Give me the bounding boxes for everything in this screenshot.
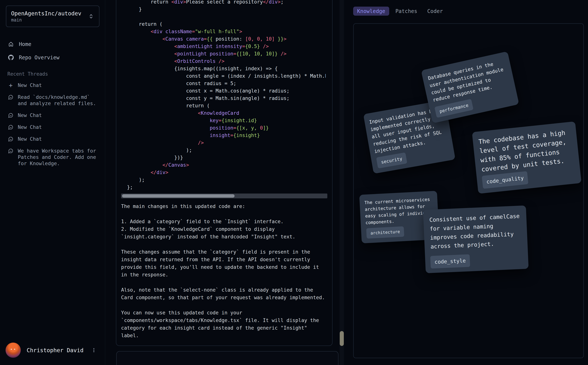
badge-wrap: architecture xyxy=(366,226,404,239)
workspace-tab-knowledge[interactable]: Knowledge xyxy=(353,7,389,16)
sidebar-item-home[interactable]: Home xyxy=(0,37,105,51)
repo-meta: OpenAgentsInc/autodev main xyxy=(11,10,88,23)
knowledge-card[interactable]: The codebase has a high level of test co… xyxy=(472,121,581,194)
vertical-scrollbar-track[interactable] xyxy=(339,0,344,365)
chevron-up-down-icon xyxy=(88,13,94,20)
workspace-tabs: Knowledge Patches Coder xyxy=(353,7,446,16)
badge-wrap: code_style xyxy=(430,254,470,269)
assistant-message: return <div>Please select a repository</… xyxy=(116,0,332,346)
code-block: return <div>Please select a repository</… xyxy=(121,0,326,191)
knowledge-card-text: Consistent use of camelCase for variable… xyxy=(429,211,522,251)
knowledge-card[interactable]: Consistent use of camelCase for variable… xyxy=(423,205,528,273)
sidebar-nav: Home Repo Overview xyxy=(0,37,105,64)
home-icon xyxy=(8,41,14,47)
thread-item[interactable]: New Chat xyxy=(0,121,105,133)
sidebar-item-repo-overview[interactable]: Repo Overview xyxy=(0,51,105,64)
github-icon xyxy=(8,55,14,60)
horizontal-scrollbar-thumb[interactable] xyxy=(122,194,235,198)
chat-bubble-icon xyxy=(8,136,13,142)
knowledge-card[interactable]: Database queries in the user authenticat… xyxy=(421,51,519,123)
category-badge: code_quality xyxy=(482,171,528,189)
thread-label: New Chat xyxy=(18,124,42,130)
plus-icon: + xyxy=(8,83,13,88)
thread-label: New Chat xyxy=(18,112,42,119)
category-badge: code_style xyxy=(430,254,470,269)
category-badge: architecture xyxy=(366,226,404,239)
knowledge-card-text: The codebase has a high level of test co… xyxy=(478,127,574,174)
chat-input[interactable] xyxy=(116,351,338,365)
thread-item[interactable]: We have Workspace tabs for Patches and C… xyxy=(0,145,105,169)
thread-item[interactable]: New Chat xyxy=(0,133,105,145)
kebab-menu-icon[interactable] xyxy=(90,346,98,354)
chat-bubble-icon xyxy=(8,95,13,100)
category-badge: security xyxy=(376,152,407,168)
badge-wrap: code_quality xyxy=(482,171,528,189)
workspace-tab-coder[interactable]: Coder xyxy=(424,7,446,16)
threads-list: + New Chat Read `docs/knowledge.md` and … xyxy=(0,79,105,169)
sidebar: OpenAgentsInc/autodev main Home Repo Ove… xyxy=(0,0,105,365)
vertical-scrollbar-thumb[interactable] xyxy=(340,331,344,346)
badge-wrap: security xyxy=(376,152,407,168)
new-chat-button[interactable]: + New Chat xyxy=(0,79,105,91)
knowledge-canvas[interactable]: Input validation has been implemented co… xyxy=(353,23,584,358)
repo-selector[interactable]: OpenAgentsInc/autodev main xyxy=(6,6,99,27)
user-name: Christopher David xyxy=(27,347,84,353)
thread-label: Read `docs/knowledge.md` and analyze rel… xyxy=(18,94,98,107)
message-text: The main changes in this updated code ar… xyxy=(121,203,326,339)
recent-threads-heading: Recent Threads xyxy=(7,71,105,77)
workspace-tab-patches[interactable]: Patches xyxy=(392,7,421,16)
chat-bubble-icon xyxy=(8,148,13,154)
repo-name: OpenAgentsInc/autodev xyxy=(11,10,88,17)
thread-item[interactable]: Read `docs/knowledge.md` and analyze rel… xyxy=(0,91,105,109)
chat-bubble-icon xyxy=(8,113,13,118)
sidebar-item-label: Repo Overview xyxy=(19,55,60,61)
new-chat-label: New Chat xyxy=(18,82,42,88)
horizontal-scrollbar[interactable] xyxy=(121,194,327,198)
sidebar-item-label: Home xyxy=(19,41,31,47)
knowledge-card-text: The current microservices architecture a… xyxy=(364,196,434,226)
repo-branch: main xyxy=(11,17,88,23)
thread-label: We have Workspace tabs for Patches and C… xyxy=(18,148,98,167)
thread-label: New Chat xyxy=(18,136,42,142)
avatar xyxy=(6,343,21,358)
chat-bubble-icon xyxy=(8,125,13,130)
thread-item[interactable]: New Chat xyxy=(0,109,105,121)
user-menu[interactable]: Christopher David xyxy=(6,342,98,358)
knowledge-card-text: Database queries in the user authenticat… xyxy=(427,58,510,104)
